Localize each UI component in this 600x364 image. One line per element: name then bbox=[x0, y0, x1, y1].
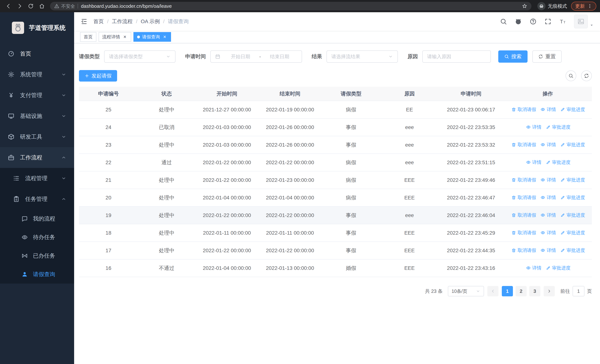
detail-action-link[interactable]: 详情 bbox=[526, 265, 542, 271]
progress-action-link[interactable]: 审批进度 bbox=[546, 124, 571, 130]
update-button[interactable]: 更新 bbox=[571, 2, 596, 10]
progress-action-link[interactable]: 审批进度 bbox=[560, 177, 585, 183]
sidebar-item-leave-query[interactable]: 请假查询 bbox=[0, 265, 74, 284]
page-button-2[interactable]: 2 bbox=[516, 286, 527, 296]
table-row[interactable]: 20 处理中 2022-01-04 00:00:00 2022-01-04 00… bbox=[79, 189, 592, 206]
fullscreen-icon[interactable] bbox=[544, 18, 552, 25]
page-size-select[interactable]: 10条/页 bbox=[448, 286, 484, 296]
cancel-action-link[interactable]: 取消请假 bbox=[511, 230, 536, 236]
hide-search-button[interactable] bbox=[565, 70, 576, 81]
close-icon[interactable]: × bbox=[162, 34, 167, 39]
sidebar-item-task-mgmt[interactable]: 任务管理 bbox=[0, 189, 74, 209]
next-page-button[interactable] bbox=[544, 286, 555, 296]
help-icon[interactable] bbox=[530, 18, 537, 25]
github-icon[interactable] bbox=[515, 18, 522, 25]
search-icon[interactable] bbox=[500, 18, 507, 25]
table-row[interactable]: 24 已取消 2022-01-03 00:00:00 2022-01-26 00… bbox=[79, 118, 592, 136]
security-label[interactable]: 不安全 bbox=[61, 3, 75, 9]
detail-action-link[interactable]: 详情 bbox=[541, 247, 556, 253]
home-icon bbox=[39, 3, 45, 9]
browser-home-button[interactable] bbox=[37, 1, 47, 11]
close-icon[interactable]: × bbox=[122, 34, 128, 39]
progress-action-link[interactable]: 审批进度 bbox=[560, 247, 585, 253]
browser-forward-button[interactable] bbox=[15, 1, 24, 11]
breadcrumb-home[interactable]: 首页 bbox=[94, 18, 104, 25]
create-leave-button[interactable]: 发起请假 bbox=[79, 70, 117, 82]
tab-process-detail[interactable]: 流程详情 × bbox=[99, 32, 131, 42]
breadcrumb-oa-example[interactable]: OA 示例 bbox=[141, 18, 160, 25]
table-row[interactable]: 18 处理中 2022-01-11 00:00:00 2022-01-11 00… bbox=[79, 224, 592, 242]
sidebar-item-devtools[interactable]: 研发工具 bbox=[0, 126, 74, 147]
table-row[interactable]: 21 处理中 2022-01-22 00:00:00 2022-01-23 00… bbox=[79, 171, 592, 189]
sidebar-item-done-tasks[interactable]: 已办任务 bbox=[0, 246, 74, 265]
sidebar-item-infrastructure[interactable]: 基础设施 bbox=[0, 106, 74, 126]
table-row[interactable]: 23 处理中 2022-01-03 00:00:00 2022-01-26 00… bbox=[79, 136, 592, 154]
start-date-input[interactable]: 开始日期 bbox=[223, 53, 258, 60]
reason-input[interactable] bbox=[427, 54, 486, 59]
progress-action-link[interactable]: 审批进度 bbox=[560, 106, 585, 112]
url-bar[interactable]: 不安全 dashboard.yudao.iocoder.cn/bpm/oa/le… bbox=[50, 2, 531, 10]
tab-leave-query[interactable]: 请假查询 × bbox=[133, 32, 171, 42]
progress-action-link[interactable]: 审批进度 bbox=[560, 195, 585, 201]
cancel-action-link[interactable]: 取消请假 bbox=[511, 106, 536, 112]
sidebar-item-system[interactable]: 系统管理 bbox=[0, 64, 74, 85]
user-avatar[interactable] bbox=[574, 15, 588, 28]
progress-action-link[interactable]: 审批进度 bbox=[560, 142, 585, 148]
cell-start-time: 2022-01-11 00:00:00 bbox=[195, 224, 258, 242]
sidebar-item-process-mgmt[interactable]: 流程管理 bbox=[0, 168, 74, 189]
sidebar-item-my-process[interactable]: 我的流程 bbox=[0, 209, 74, 228]
cancel-action-link[interactable]: 取消请假 bbox=[511, 247, 536, 253]
cancel-action-link[interactable]: 取消请假 bbox=[511, 142, 536, 148]
table-row[interactable]: 25 处理中 2021-12-27 00:00:00 2022-01-19 00… bbox=[79, 101, 592, 118]
cancel-action-link[interactable]: 取消请假 bbox=[511, 212, 536, 218]
cell-actions: 取消请假 详情 审批进度 bbox=[504, 189, 592, 206]
prev-page-button[interactable] bbox=[487, 286, 498, 296]
detail-action-link[interactable]: 详情 bbox=[526, 159, 542, 165]
goto-page-input[interactable] bbox=[572, 286, 584, 296]
page-button-1[interactable]: 1 bbox=[502, 286, 513, 296]
browser-back-button[interactable] bbox=[4, 1, 13, 11]
detail-action-link[interactable]: 详情 bbox=[541, 195, 556, 201]
leave-type-select[interactable]: 请选择请假类型 bbox=[104, 50, 176, 63]
progress-action-link[interactable]: 审批进度 bbox=[560, 212, 585, 218]
table-row[interactable]: 16 不通过 2022-01-04 00:00:00 2022-01-13 00… bbox=[79, 259, 592, 277]
sidebar-item-workflow[interactable]: 工作流程 bbox=[0, 147, 74, 168]
date-range-picker[interactable]: 开始日期 - 结束日期 bbox=[210, 50, 302, 63]
page-button-3[interactable]: 3 bbox=[529, 286, 540, 296]
table-row[interactable]: 19 处理中 2022-01-22 00:00:00 2022-01-22 00… bbox=[79, 206, 592, 224]
cancel-action-link[interactable]: 取消请假 bbox=[511, 195, 536, 201]
progress-action-link[interactable]: 审批进度 bbox=[560, 230, 585, 236]
detail-action-link[interactable]: 详情 bbox=[541, 177, 556, 183]
browser-menu-icon[interactable] bbox=[587, 4, 592, 9]
url-divider bbox=[78, 4, 78, 9]
cancel-action-link[interactable]: 取消请假 bbox=[511, 177, 536, 183]
result-select[interactable]: 请选择流结果 bbox=[327, 50, 398, 63]
detail-action-link[interactable]: 详情 bbox=[541, 106, 556, 112]
tab-home[interactable]: 首页 bbox=[80, 32, 96, 42]
detail-action-link[interactable]: 详情 bbox=[526, 124, 542, 130]
progress-action-link[interactable]: 审批进度 bbox=[546, 159, 571, 165]
reset-button[interactable]: 重置 bbox=[532, 50, 562, 63]
url-text[interactable]: dashboard.yudao.iocoder.cn/bpm/oa/leave bbox=[81, 3, 522, 9]
refresh-table-button[interactable] bbox=[581, 70, 592, 81]
logo[interactable]: 芋道管理系统 bbox=[0, 12, 74, 43]
user-menu[interactable] bbox=[574, 15, 594, 28]
detail-action-link[interactable]: 详情 bbox=[541, 230, 556, 236]
detail-action-link[interactable]: 详情 bbox=[541, 212, 556, 218]
reset-button-label: 重置 bbox=[545, 53, 556, 60]
detail-action-link[interactable]: 详情 bbox=[541, 142, 556, 148]
font-size-icon[interactable]: TT bbox=[559, 18, 566, 25]
sidebar-item-todo-tasks[interactable]: 待办任务 bbox=[0, 228, 74, 246]
search-button[interactable]: 搜索 bbox=[498, 50, 527, 63]
table-row[interactable]: 17 处理中 2022-01-22 00:00:00 2022-01-22 00… bbox=[79, 242, 592, 259]
end-date-input[interactable]: 结束日期 bbox=[262, 53, 297, 60]
browser-reload-button[interactable] bbox=[26, 1, 36, 11]
bookmark-star-icon[interactable] bbox=[522, 3, 527, 9]
sidebar-item-home[interactable]: 首页 bbox=[0, 43, 74, 64]
progress-action-link[interactable]: 审批进度 bbox=[546, 265, 571, 271]
breadcrumb-workflow[interactable]: 工作流程 bbox=[112, 18, 133, 25]
progress-action-label: 审批进度 bbox=[552, 265, 571, 271]
sidebar-collapse-icon[interactable] bbox=[80, 18, 88, 25]
sidebar-item-payment[interactable]: 支付管理 bbox=[0, 85, 74, 106]
table-row[interactable]: 22 通过 2022-01-22 00:00:00 2022-01-22 00:… bbox=[79, 154, 592, 171]
